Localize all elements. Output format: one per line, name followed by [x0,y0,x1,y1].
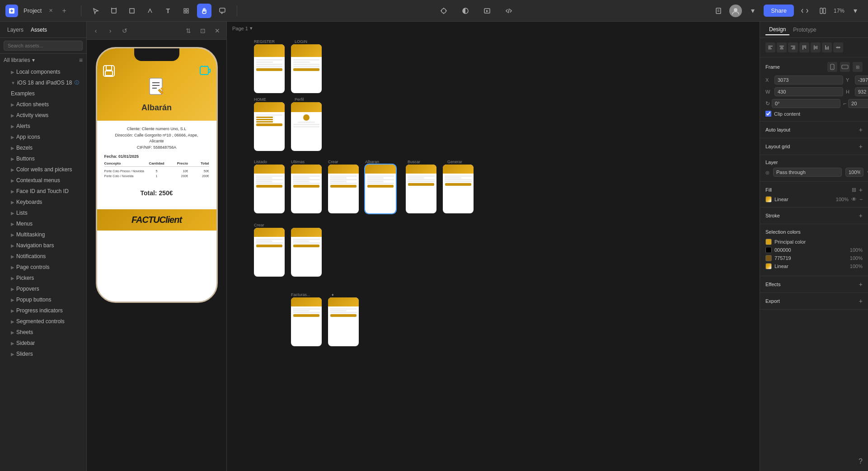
sidebar-item-multitasking[interactable]: ▶ Multitasking [0,229,86,240]
tab-layers[interactable]: Layers [4,25,27,35]
sidebar-item-sheets[interactable]: ▶ Sheets [0,327,86,338]
sidebar-item-keyboards[interactable]: ▶ Keyboards [0,197,86,207]
frame-phone-button[interactable] [827,62,837,72]
code-editor-button[interactable] [798,4,812,18]
clip-content-checkbox[interactable] [765,111,771,117]
w-input[interactable] [774,87,843,96]
tab-assets[interactable]: Assets [27,25,51,35]
user-avatar[interactable] [729,5,742,17]
y-input[interactable] [855,75,868,85]
page-chevron[interactable]: ▾ [250,25,253,31]
zoom-chevron[interactable]: ▾ [848,4,863,18]
libraries-list-icon[interactable]: ≡ [79,57,83,64]
distribute-button[interactable] [833,42,843,52]
sidebar-item-menus[interactable]: ▶ Menus [0,218,86,229]
h-input[interactable] [855,87,868,96]
screen-facturas[interactable] [291,297,322,346]
screen-albaran2[interactable] [328,297,359,346]
preview-forward-button[interactable]: › [105,25,116,36]
sidebar-item-bezels[interactable]: ▶ Bezels [0,142,86,153]
screen-login[interactable] [291,44,322,93]
frame-tablet-button[interactable] [840,62,850,72]
sidebar-item-progress-indicators[interactable]: ▶ Progress indicators [0,305,86,316]
preview-expand-button[interactable]: ⊡ [197,25,208,36]
auto-layout-add-button[interactable]: + [859,126,863,133]
stroke-add-button[interactable]: + [859,212,863,219]
inspect-button[interactable] [436,4,451,18]
sidebar-ios18[interactable]: ▼ iOS 18 and iPadOS 18 ⓘ [0,77,86,88]
sidebar-item-examples[interactable]: Examples [0,88,86,99]
hand-tool-button[interactable] [197,4,211,18]
screen-crear-albaran[interactable] [328,165,359,213]
sidebar-item-color-wells[interactable]: ▶ Color wells and pickers [0,164,86,175]
sidebar-item-alerts[interactable]: ▶ Alerts [0,121,86,132]
preview-refresh-button[interactable]: ↺ [119,25,130,36]
search-assets-input[interactable] [4,41,83,51]
sidebar-item-popup-buttons[interactable]: ▶ Popup buttons [0,294,86,305]
screen-listado[interactable] [254,165,285,213]
help-icon[interactable]: ? [859,457,863,466]
sidebar-item-sidebar[interactable]: ▶ Sidebar [0,338,86,349]
preview-settings-button[interactable]: ⇅ [183,25,194,36]
theme-button[interactable] [458,4,473,18]
text-tool-button[interactable]: T [161,4,175,18]
frame-tool-button[interactable] [107,4,121,18]
export-add-button[interactable]: + [859,297,863,305]
screen-ultimas[interactable] [291,165,322,213]
fill-eye-icon[interactable]: 👁 [851,196,857,203]
fill-color-swatch[interactable] [765,196,772,203]
sidebar-item-pickers[interactable]: ▶ Pickers [0,273,86,283]
canvas[interactable]: Page 1 ▾ REGISTER LOGIN [227,22,760,471]
book-button[interactable] [711,4,726,18]
sidebar-item-navigation-bars[interactable]: ▶ Navigation bars [0,240,86,251]
fill-add-button[interactable]: + [859,186,863,193]
sidebar-item-lists[interactable]: ▶ Lists [0,207,86,218]
screen-extra[interactable] [291,228,322,277]
preview-button[interactable] [480,4,494,18]
comment-tool-button[interactable] [215,4,230,18]
linear-color-swatch[interactable] [765,263,772,269]
sidebar-item-contextual-menus[interactable]: ▶ Contextual menus [0,175,86,186]
layout-grid-add-button[interactable]: + [859,143,863,150]
screen-perfil[interactable] [291,102,322,151]
align-bottom-button[interactable] [822,42,832,52]
screen-albaran-selected[interactable]: 430 × 932 [365,165,396,213]
align-left-button[interactable] [765,42,775,52]
sidebar-item-activity-views[interactable]: ▶ Activity views [0,110,86,121]
sidebar-item-buttons[interactable]: ▶ Buttons [0,153,86,164]
sidebar-item-notifications[interactable]: ▶ Notifications [0,251,86,262]
align-center-v-button[interactable] [811,42,821,52]
x-input[interactable] [774,75,843,85]
screen-home[interactable] [254,102,285,151]
brown-color-swatch[interactable] [765,255,772,261]
align-center-h-button[interactable] [777,42,787,52]
sidebar-item-app-icons[interactable]: ▶ App icons [0,132,86,142]
code-button[interactable] [502,4,516,18]
share-button[interactable]: Share [764,5,794,17]
sidebar-item-sliders[interactable]: ▶ Sliders [0,349,86,359]
blend-mode-input[interactable] [773,168,842,177]
preview-close-button[interactable]: ✕ [212,25,223,36]
tab-design[interactable]: Design [765,24,789,35]
corner-input[interactable] [848,99,868,108]
screen-buscar[interactable] [406,165,436,213]
add-tab-button[interactable]: + [62,7,66,15]
screen-crear-nue[interactable] [254,228,285,277]
sidebar-item-page-controls[interactable]: ▶ Page controls [0,262,86,273]
frame-expand-button[interactable]: ⊞ [853,62,863,72]
avatar-chevron[interactable]: ▾ [746,4,760,18]
close-tab-icon[interactable]: ✕ [49,8,53,14]
tab-prototype[interactable]: Prototype [789,25,820,35]
preview-back-button[interactable]: ‹ [90,25,101,36]
move-tool-button[interactable] [89,4,103,18]
sidebar-item-segmented-controls[interactable]: ▶ Segmented controls [0,316,86,327]
view-toggle-button[interactable] [816,4,830,18]
align-top-button[interactable] [799,42,809,52]
sidebar-local-components[interactable]: ▶ Local components [0,66,86,77]
rotation-input[interactable] [772,99,840,108]
opacity-input[interactable] [845,168,863,177]
effects-add-button[interactable]: + [859,281,863,288]
screen-generar[interactable] [443,165,474,213]
fill-remove-icon[interactable]: − [859,196,863,203]
fill-grid-icon[interactable]: ⊞ [852,187,856,193]
